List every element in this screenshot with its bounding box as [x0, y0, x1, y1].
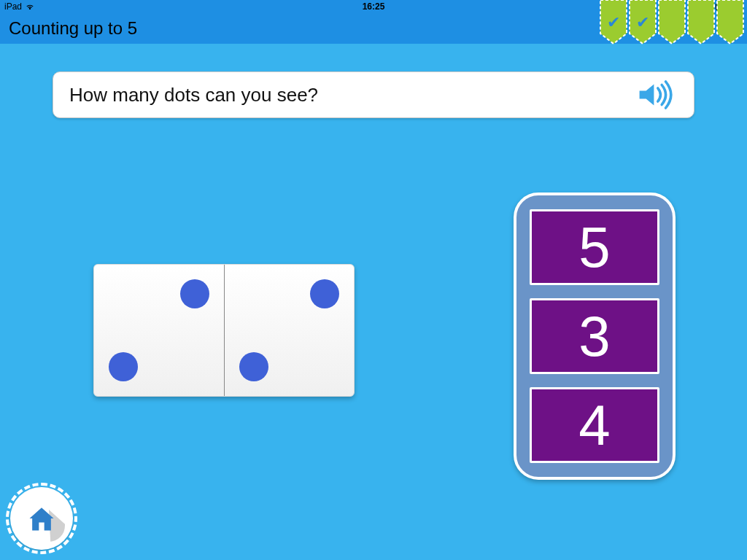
domino-dot	[109, 352, 138, 381]
progress-badge: ✔	[600, 0, 627, 45]
page-title: Counting up to 5	[9, 18, 137, 39]
progress-badge	[716, 0, 744, 45]
domino-dot	[239, 352, 268, 381]
check-icon: ✔	[636, 13, 649, 32]
wifi-icon	[25, 2, 35, 11]
domino-dot	[180, 279, 209, 308]
domino-dot	[310, 279, 339, 308]
progress-badge	[658, 0, 686, 45]
answer-label: 4	[578, 397, 610, 454]
answer-label: 3	[578, 308, 610, 365]
question-text: How many dots can you see?	[69, 84, 318, 106]
domino-left-half	[94, 265, 225, 396]
check-icon: ✔	[607, 13, 620, 32]
progress-badge	[687, 0, 715, 45]
home-button[interactable]	[10, 487, 73, 550]
progress-badges: ✔ ✔	[600, 0, 744, 45]
speaker-icon	[637, 80, 676, 109]
home-icon	[26, 502, 58, 534]
progress-badge: ✔	[629, 0, 657, 45]
clock-label: 16:25	[363, 1, 385, 12]
question-bar: How many dots can you see?	[53, 71, 694, 118]
answer-option[interactable]: 4	[530, 387, 659, 463]
answer-option[interactable]: 3	[530, 298, 659, 374]
speaker-button[interactable]	[635, 79, 678, 111]
answer-option[interactable]: 5	[530, 209, 659, 285]
device-label: iPad	[4, 1, 22, 12]
answer-panel: 5 3 4	[514, 192, 676, 480]
answer-label: 5	[578, 219, 610, 276]
domino	[93, 264, 355, 397]
domino-right-half	[225, 265, 355, 396]
